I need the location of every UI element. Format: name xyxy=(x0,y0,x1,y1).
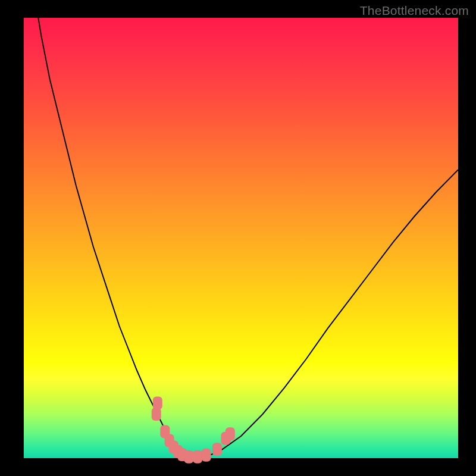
watermark-text: TheBottleneck.com xyxy=(360,4,469,18)
curve-marker xyxy=(202,449,211,462)
bottleneck-curve xyxy=(24,0,458,458)
curve-marker xyxy=(184,450,193,464)
chart-frame: TheBottleneck.com xyxy=(0,0,476,476)
curve-marker xyxy=(153,397,162,410)
curve-marker xyxy=(226,427,235,440)
curve-marker xyxy=(193,450,202,464)
plot-area xyxy=(24,18,458,458)
marker-group xyxy=(152,397,235,464)
curve-marker xyxy=(212,443,222,456)
curve-svg xyxy=(24,18,458,458)
